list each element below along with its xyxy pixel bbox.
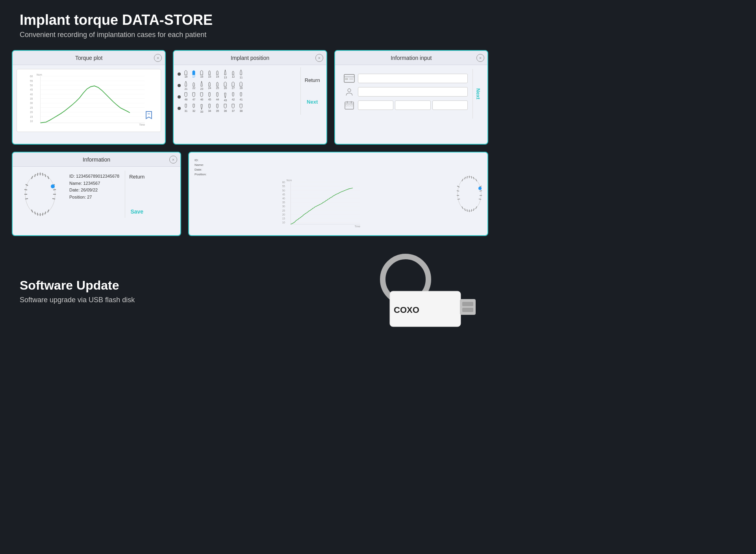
record-date: Date: (195, 167, 449, 172)
svg-line-110 (473, 208, 474, 211)
patient-info-text: ID: 123456789012345678 Name: 1234567 Dat… (67, 171, 122, 218)
svg-text:40: 40 (282, 197, 285, 200)
svg-rect-39 (351, 105, 353, 106)
id-input[interactable] (358, 74, 468, 83)
svg-text:15: 15 (30, 115, 33, 118)
implant-return-button[interactable]: Return (305, 77, 320, 83)
svg-text:30: 30 (30, 102, 33, 104)
implant-position-close-button[interactable]: × (315, 54, 323, 62)
tooth-42[interactable]: 42 (230, 92, 237, 102)
tooth-46[interactable]: 46 (198, 92, 205, 102)
tooth-45[interactable]: 45 (206, 92, 213, 102)
tooth-36[interactable]: 36 (222, 103, 229, 113)
upper-row-2: 21 22 23 24 25 26 27 28 (178, 80, 298, 90)
svg-line-57 (37, 213, 38, 216)
tooth-25[interactable]: 25 (214, 80, 221, 90)
tooth-11[interactable]: 11 (237, 69, 245, 79)
tooth-15[interactable]: 15 (206, 69, 213, 79)
implant-position-header: Implant position × (174, 51, 326, 65)
teeth-oval-svg (20, 171, 60, 218)
svg-point-32 (348, 89, 351, 92)
tooth-14[interactable]: 14 (214, 69, 221, 79)
teeth-upper-2: 21 22 23 24 25 26 27 28 (182, 80, 245, 90)
tooth-32[interactable]: 32 (190, 103, 197, 113)
name-input[interactable] (358, 87, 468, 97)
information-header: Information × (13, 152, 180, 167)
tooth-35[interactable]: 35 (214, 103, 221, 113)
svg-rect-116 (460, 299, 476, 315)
implant-next-button[interactable]: Next (307, 99, 318, 105)
id-icon (344, 74, 355, 83)
tooth-27[interactable]: 27 (230, 80, 237, 90)
svg-text:Time: Time (355, 225, 361, 228)
svg-line-92 (467, 176, 467, 178)
information-return-button[interactable]: Return (129, 174, 145, 180)
tooth-44[interactable]: 44 (214, 92, 221, 102)
calendar-icon (344, 101, 355, 110)
tooth-48[interactable]: 48 (182, 92, 189, 102)
tooth-38[interactable]: 38 (237, 103, 245, 113)
svg-line-101 (458, 199, 460, 199)
implant-side-buttons: Return Next (300, 67, 324, 115)
svg-text:20: 20 (30, 111, 33, 113)
tooth-21[interactable]: 21 (182, 80, 189, 90)
date-month-input[interactable] (395, 100, 430, 110)
date-year-input[interactable] (432, 100, 468, 110)
svg-line-61 (32, 210, 33, 212)
svg-text:10: 10 (282, 221, 285, 224)
information-input-close-button[interactable]: × (476, 54, 484, 62)
info-input-next-button[interactable]: Next (472, 69, 484, 119)
tooth-28[interactable]: 28 (237, 80, 245, 90)
tooth-37[interactable]: 37 (230, 103, 237, 113)
id-field-row (344, 74, 468, 83)
svg-line-59 (35, 212, 35, 214)
tooth-26[interactable]: 26 (222, 80, 229, 90)
svg-text:35: 35 (30, 97, 33, 100)
save-button[interactable]: Save (130, 208, 143, 215)
tooth-18[interactable]: 18 (182, 69, 189, 79)
tooth-47[interactable]: 47 (190, 92, 197, 102)
tooth-34[interactable]: 34 (206, 103, 213, 113)
svg-line-44 (35, 174, 35, 177)
tooth-13[interactable]: 13 (222, 69, 229, 79)
lower-row-2: 31 32 33 34 35 36 37 38 (178, 103, 298, 113)
svg-line-49 (24, 190, 27, 190)
svg-line-93 (471, 176, 472, 178)
tooth-12[interactable]: 12 (230, 69, 237, 79)
implant-position-title: Implant position (231, 55, 269, 61)
date-day-input[interactable] (358, 100, 393, 110)
teeth-grid: 18 17 16 15 14 13 12 11 (176, 67, 300, 115)
svg-text:60: 60 (30, 75, 33, 78)
svg-point-63 (51, 184, 55, 188)
tooth-16[interactable]: 16 (198, 69, 205, 79)
svg-text:Time: Time (139, 123, 145, 126)
svg-line-55 (52, 199, 55, 199)
svg-rect-38 (348, 105, 350, 106)
info-side-buttons: Return Save (125, 171, 148, 218)
information-close-button[interactable]: × (169, 156, 177, 164)
svg-text:25: 25 (30, 106, 33, 109)
tooth-24[interactable]: 24 (206, 80, 213, 90)
record-position: Position: (195, 172, 449, 177)
tooth-31[interactable]: 31 (182, 103, 189, 113)
tooth-41[interactable]: 41 (237, 92, 245, 102)
torque-plot-close-button[interactable]: × (154, 54, 162, 62)
teeth-lower-2: 31 32 33 34 35 36 37 38 (182, 103, 245, 113)
tooth-43[interactable]: 43 (222, 92, 229, 102)
row-dot-2 (178, 84, 181, 87)
software-title: Software Update (20, 278, 319, 293)
bookmark-icon (144, 110, 154, 120)
tooth-22[interactable]: 22 (190, 80, 197, 90)
svg-text:15: 15 (282, 217, 285, 220)
tooth-23[interactable]: 23 (198, 80, 205, 90)
implant-panel-content: 18 17 16 15 14 13 12 11 (176, 67, 324, 115)
record-chart-svg: 60 55 50 45 40 35 30 25 20 15 10 Time Nc… (193, 178, 450, 230)
name-field-row (344, 87, 468, 97)
info-input-fields (339, 69, 472, 119)
tooth-33[interactable]: 33 (198, 103, 205, 113)
implant-position-panel: Implant position × 18 17 16 15 14 (173, 50, 327, 145)
information-input-body: Next (335, 65, 487, 123)
tooth-17[interactable]: 17 (190, 69, 197, 79)
torque-plot-title: Torque plot (75, 55, 102, 61)
date-input-group (358, 100, 468, 110)
